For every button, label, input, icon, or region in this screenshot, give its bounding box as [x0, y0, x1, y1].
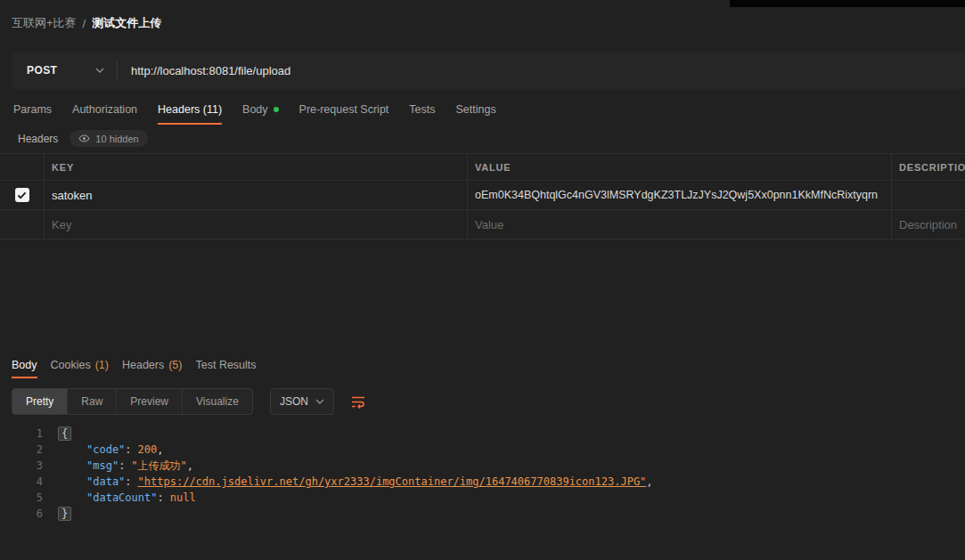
tab-params-label: Params [13, 103, 52, 116]
close-brace: } [58, 507, 71, 521]
chevron-down-icon [95, 68, 104, 73]
tab-authorization[interactable]: Authorization [72, 95, 137, 125]
code-line: 2 "code":200, [0, 442, 965, 458]
select-column-header [0, 154, 45, 180]
breadcrumb: 互联网+比赛 / 测试文件上传 [12, 15, 161, 31]
response-tabs: Body Cookies(1) Headers(5) Test Results [12, 353, 257, 378]
description-column-header: DESCRIPTION [892, 154, 965, 180]
header-key-cell[interactable]: satoken [45, 181, 468, 209]
header-description-cell[interactable] [892, 181, 965, 209]
tab-body-label: Body [242, 103, 268, 116]
headers-subheader: Headers 10 hidden [18, 130, 148, 147]
response-tab-cookies[interactable]: Cookies(1) [51, 353, 109, 378]
headers-table-header: KEY VALUE DESCRIPTION [0, 153, 965, 181]
view-pretty-button[interactable]: Pretty [12, 389, 68, 414]
cookies-count-badge: (1) [95, 359, 109, 371]
comma: , [187, 459, 193, 472]
url-input[interactable]: http://localhost:8081/file/upload [131, 64, 290, 77]
header-value-cell[interactable]: oEm0K34BQhtqlGc4nGV3lMSRYdgKZ3TLJzJYsJ2Q… [468, 181, 892, 209]
breadcrumb-request-name[interactable]: 测试文件上传 [92, 15, 161, 31]
checkmark-icon [17, 191, 27, 199]
checkbox-cell-empty [0, 210, 45, 239]
response-tab-headers-label: Headers [122, 359, 164, 371]
tab-prerequest-script[interactable]: Pre-request Script [299, 95, 389, 125]
line-number: 2 [0, 442, 43, 458]
view-preview-button[interactable]: Preview [117, 389, 183, 414]
chevron-down-icon [315, 399, 324, 404]
value-column-header: VALUE [468, 154, 892, 180]
new-key-cell [45, 210, 468, 239]
new-description-cell [892, 210, 965, 239]
key-column-header: KEY [45, 154, 468, 180]
checkbox-cell [0, 181, 45, 209]
wrap-text-button[interactable] [346, 390, 370, 414]
code-line: 5 "dataCount":null [0, 490, 965, 506]
method-dropdown[interactable]: POST [12, 52, 117, 89]
row-enabled-checkbox[interactable] [15, 188, 29, 202]
colon: : [125, 443, 131, 456]
format-label: JSON [280, 395, 308, 408]
response-tab-test-results[interactable]: Test Results [195, 353, 256, 378]
code-line: 6 } [0, 506, 965, 522]
code-line: 3 "msg":"上传成功", [0, 458, 965, 474]
new-description-input[interactable] [899, 218, 965, 231]
hidden-headers-toggle[interactable]: 10 hidden [70, 130, 147, 147]
request-tabs: Params Authorization Headers (11) Body P… [13, 95, 496, 125]
json-key: "data" [86, 475, 125, 488]
tab-authorization-label: Authorization [72, 103, 137, 116]
view-visualize-button[interactable]: Visualize [183, 389, 252, 414]
response-tab-headers[interactable]: Headers(5) [122, 353, 183, 378]
headers-count-badge: (5) [168, 359, 182, 371]
response-view-toggle: Pretty Raw Preview Visualize [12, 388, 253, 415]
json-key: "msg" [86, 459, 119, 472]
table-row: satoken oEm0K34BQhtqlGc4nGV3lMSRYdgKZ3TL… [0, 181, 965, 210]
tab-settings-label: Settings [456, 103, 496, 116]
response-tab-tests-label: Test Results [195, 359, 256, 371]
json-key: "dataCount" [86, 491, 157, 504]
response-url-link[interactable]: "https://cdn.jsdelivr.net/gh/yxr2333/img… [138, 475, 647, 488]
format-dropdown[interactable]: JSON [270, 388, 334, 415]
tab-prerequest-label: Pre-request Script [299, 103, 389, 116]
tab-settings[interactable]: Settings [456, 95, 496, 125]
tab-headers[interactable]: Headers (11) [158, 95, 222, 125]
line-number: 3 [0, 458, 43, 474]
comma: , [646, 475, 652, 488]
new-value-input[interactable] [475, 218, 891, 231]
json-value: "上传成功" [131, 459, 186, 472]
line-number: 6 [0, 506, 43, 522]
tab-tests[interactable]: Tests [409, 95, 435, 125]
new-value-cell [468, 210, 892, 239]
code-line: 1 { [0, 426, 965, 442]
window-chrome-edge [730, 0, 965, 7]
tab-body[interactable]: Body [242, 95, 279, 125]
tab-tests-label: Tests [409, 103, 435, 116]
json-key: "code" [86, 443, 125, 456]
line-number: 4 [0, 474, 43, 490]
response-tab-body-label: Body [12, 359, 37, 371]
method-url-divider [117, 61, 118, 79]
colon: : [157, 491, 163, 504]
line-number: 5 [0, 490, 43, 506]
json-value: 200 [138, 443, 158, 456]
view-raw-button[interactable]: Raw [68, 389, 117, 414]
json-value: null [170, 491, 196, 504]
hidden-headers-label: 10 hidden [95, 134, 138, 144]
body-present-dot-icon [274, 107, 279, 112]
open-brace: { [58, 426, 71, 441]
code-line: 4 "data":"https://cdn.jsdelivr.net/gh/yx… [0, 474, 965, 490]
request-url-bar: POST http://localhost:8081/file/upload [12, 52, 965, 89]
response-tab-cookies-label: Cookies [51, 359, 91, 371]
wrap-text-icon [351, 395, 365, 409]
breadcrumb-separator: / [83, 17, 86, 30]
headers-table: KEY VALUE DESCRIPTION satoken oEm0K34BQh… [0, 153, 965, 239]
response-tab-body[interactable]: Body [12, 353, 37, 378]
breadcrumb-workspace[interactable]: 互联网+比赛 [12, 15, 77, 31]
new-key-input[interactable] [52, 218, 467, 231]
tab-headers-label: Headers (11) [158, 103, 222, 116]
table-row-new [0, 210, 965, 239]
tab-params[interactable]: Params [13, 95, 52, 125]
line-number: 1 [0, 426, 43, 442]
method-label: POST [27, 64, 57, 77]
colon: : [119, 459, 125, 472]
comma: , [157, 443, 163, 456]
